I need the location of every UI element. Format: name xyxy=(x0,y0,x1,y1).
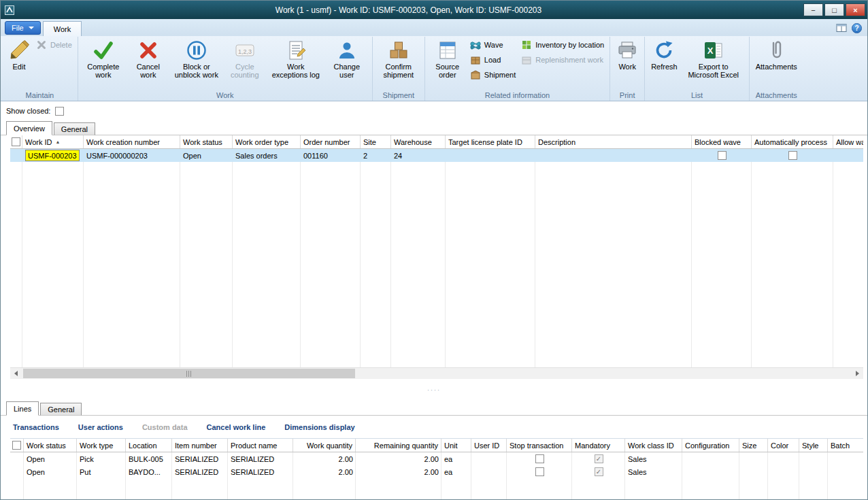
cell-work-type[interactable]: Put xyxy=(77,465,126,478)
cell-user-id[interactable] xyxy=(471,452,507,465)
change-user-button[interactable]: Change user xyxy=(324,37,369,79)
cell-style[interactable] xyxy=(799,452,828,465)
row-selector-cell[interactable] xyxy=(10,465,24,478)
cell-remaining-quantity[interactable]: 2.00 xyxy=(356,452,441,465)
cell-style[interactable] xyxy=(799,465,828,478)
column-header-blocked-wave[interactable]: Blocked wave xyxy=(692,135,752,148)
cancel-work-button[interactable]: Cancel work xyxy=(126,37,171,79)
block-unblock-work-button[interactable]: Block or unblock work xyxy=(171,37,222,79)
automatically-process-checkbox[interactable] xyxy=(788,151,797,160)
column-header-style[interactable]: Style xyxy=(799,439,828,452)
column-header-order-number[interactable]: Order number xyxy=(301,135,361,148)
cell-color[interactable] xyxy=(768,452,799,465)
cell-configuration[interactable] xyxy=(682,465,739,478)
minimize-button[interactable]: − xyxy=(803,3,823,16)
column-header-mandatory[interactable]: Mandatory xyxy=(572,439,625,452)
edit-button[interactable]: Edit xyxy=(5,37,33,71)
complete-work-button[interactable]: Complete work xyxy=(81,37,126,79)
cell-work-quantity[interactable]: 2.00 xyxy=(293,465,356,478)
cell-target-license-plate[interactable] xyxy=(446,149,535,162)
cell-remaining-quantity[interactable]: 2.00 xyxy=(356,465,441,478)
export-to-excel-button[interactable]: X Export to Microsoft Excel xyxy=(681,37,746,79)
column-header-work-creation-number[interactable]: Work creation number xyxy=(84,135,180,148)
cell-blocked-wave[interactable] xyxy=(692,149,752,162)
column-header-work-order-type[interactable]: Work order type xyxy=(233,135,301,148)
cell-size[interactable] xyxy=(739,465,768,478)
tab-overview[interactable]: Overview xyxy=(6,121,52,135)
stop-transaction-checkbox[interactable] xyxy=(535,467,544,476)
wave-button[interactable]: Wave xyxy=(467,37,518,52)
cell-product-name[interactable]: SERIALIZED xyxy=(228,452,293,465)
source-order-button[interactable]: Source order xyxy=(428,37,467,79)
refresh-button[interactable]: Refresh xyxy=(648,37,681,71)
shipment-button[interactable]: Shipment xyxy=(467,67,518,82)
show-closed-checkbox[interactable] xyxy=(55,107,64,116)
cell-work-order-type[interactable]: Sales orders xyxy=(233,149,301,162)
cell-site[interactable]: 2 xyxy=(361,149,391,162)
column-header-target-license-plate[interactable]: Target license plate ID xyxy=(446,135,535,148)
column-header-allow-wave[interactable]: Allow wa xyxy=(833,135,863,148)
confirm-shipment-button[interactable]: Confirm shipment xyxy=(375,37,422,79)
column-header-location[interactable]: Location xyxy=(126,439,172,452)
horizontal-scrollbar[interactable] xyxy=(10,367,863,379)
action-cancel-work-line[interactable]: Cancel work line xyxy=(207,423,266,431)
work-row[interactable]: USMF-000203 USMF-000000203 Open Sales or… xyxy=(10,149,863,162)
help-icon[interactable]: ? xyxy=(852,23,862,33)
cell-color[interactable] xyxy=(768,465,799,478)
attachments-button[interactable]: Attachments xyxy=(752,37,801,71)
tab-general-upper[interactable]: General xyxy=(54,122,95,135)
column-header-work-quantity[interactable]: Work quantity xyxy=(293,439,356,452)
column-header-stop-transaction[interactable]: Stop transaction xyxy=(507,439,572,452)
column-header-line-work-status[interactable]: Work status xyxy=(24,439,77,452)
layout-icon[interactable] xyxy=(836,22,847,33)
blocked-wave-checkbox[interactable] xyxy=(718,151,727,160)
scrollbar-thumb[interactable] xyxy=(23,369,355,378)
column-header-item-number[interactable]: Item number xyxy=(172,439,228,452)
maximize-button[interactable]: □ xyxy=(824,3,844,16)
column-header-work-id[interactable]: Work ID▲ xyxy=(22,135,84,148)
cell-work-id[interactable]: USMF-000203 xyxy=(22,149,84,162)
action-user-actions[interactable]: User actions xyxy=(78,423,123,431)
cell-user-id[interactable] xyxy=(471,465,507,478)
cell-line-work-status[interactable]: Open xyxy=(24,465,77,478)
cell-location[interactable]: BULK-005 xyxy=(126,452,172,465)
action-dimensions-display[interactable]: Dimensions display xyxy=(284,423,354,431)
column-header-work-class-id[interactable]: Work class ID xyxy=(625,439,682,452)
cell-automatically-process[interactable] xyxy=(752,149,833,162)
column-header-automatically-process[interactable]: Automatically process xyxy=(752,135,833,148)
cell-location[interactable]: BAYDO... xyxy=(126,465,172,478)
cell-description[interactable] xyxy=(535,149,692,162)
cell-stop-transaction[interactable] xyxy=(507,465,572,478)
column-header-configuration[interactable]: Configuration xyxy=(682,439,739,452)
cell-unit[interactable]: ea xyxy=(441,452,471,465)
cell-stop-transaction[interactable] xyxy=(507,452,572,465)
cell-allow-wave[interactable] xyxy=(833,149,863,162)
cell-warehouse[interactable]: 24 xyxy=(391,149,446,162)
column-header-site[interactable]: Site xyxy=(361,135,391,148)
column-header-batch[interactable]: Batch xyxy=(828,439,863,452)
row-selector-cell[interactable] xyxy=(10,452,24,465)
cell-work-status[interactable]: Open xyxy=(180,149,233,162)
column-header-work-status[interactable]: Work status xyxy=(180,135,233,148)
column-header-remaining-quantity[interactable]: Remaining quantity xyxy=(356,439,441,452)
column-header-size[interactable]: Size xyxy=(739,439,768,452)
cell-unit[interactable]: ea xyxy=(441,465,471,478)
cell-batch[interactable] xyxy=(828,465,863,478)
inventory-by-location-button[interactable]: Inventory by location xyxy=(518,37,607,52)
cell-size[interactable] xyxy=(739,452,768,465)
scroll-left-arrow[interactable] xyxy=(10,368,22,379)
work-exceptions-log-button[interactable]: Work exceptions log xyxy=(267,37,324,79)
column-header-color[interactable]: Color xyxy=(768,439,799,452)
column-header-user-id[interactable]: User ID xyxy=(471,439,507,452)
lines-select-all-checkbox[interactable] xyxy=(12,441,21,450)
close-button[interactable]: × xyxy=(846,3,865,16)
cell-order-number[interactable]: 001160 xyxy=(301,149,361,162)
cell-product-name[interactable]: SERIALIZED xyxy=(228,465,293,478)
column-header-warehouse[interactable]: Warehouse xyxy=(391,135,446,148)
tab-general-lower[interactable]: General xyxy=(40,403,82,416)
work-line-row[interactable]: Open Put BAYDO... SERIALIZED SERIALIZED … xyxy=(10,465,863,478)
action-transactions[interactable]: Transactions xyxy=(13,423,59,431)
cell-item-number[interactable]: SERIALIZED xyxy=(172,452,228,465)
file-menu-button[interactable]: File xyxy=(5,21,41,35)
print-work-button[interactable]: Work xyxy=(613,37,641,71)
